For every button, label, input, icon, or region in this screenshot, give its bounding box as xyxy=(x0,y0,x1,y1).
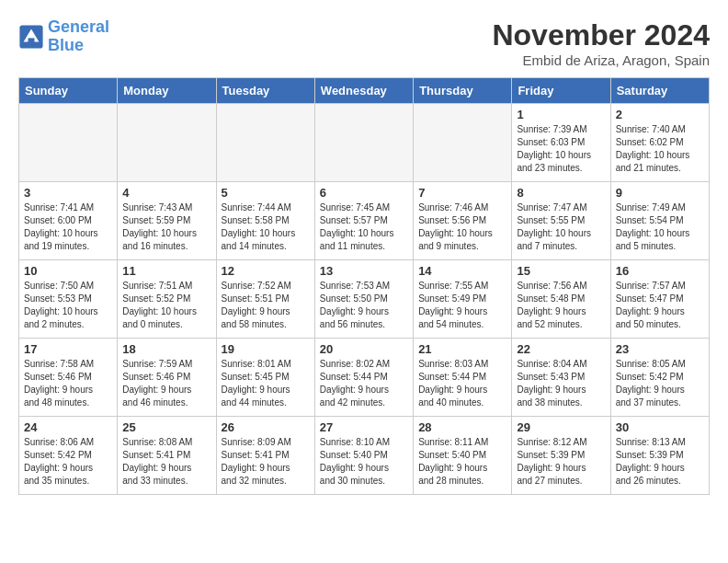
calendar-week-row: 10Sunrise: 7:50 AM Sunset: 5:53 PM Dayli… xyxy=(19,260,710,339)
day-info: Sunrise: 7:52 AM Sunset: 5:51 PM Dayligh… xyxy=(222,280,310,331)
calendar-cell: 23Sunrise: 8:05 AM Sunset: 5:42 PM Dayli… xyxy=(610,339,709,417)
title-area: November 2024 Embid de Ariza, Aragon, Sp… xyxy=(492,18,710,68)
day-header-wednesday: Wednesday xyxy=(314,78,413,104)
calendar-cell: 8Sunrise: 7:47 AM Sunset: 5:55 PM Daylig… xyxy=(512,182,610,260)
day-info: Sunrise: 8:12 AM Sunset: 5:39 PM Dayligh… xyxy=(517,436,605,488)
day-number: 26 xyxy=(222,420,310,434)
logo: General Blue xyxy=(18,18,109,55)
day-info: Sunrise: 7:44 AM Sunset: 5:58 PM Dayligh… xyxy=(222,201,310,253)
day-number: 4 xyxy=(122,186,210,200)
day-number: 7 xyxy=(418,186,506,200)
calendar-cell: 24Sunrise: 8:06 AM Sunset: 5:42 PM Dayli… xyxy=(19,417,118,495)
day-number: 16 xyxy=(616,264,704,278)
day-number: 11 xyxy=(122,264,210,278)
calendar-cell: 28Sunrise: 8:11 AM Sunset: 5:40 PM Dayli… xyxy=(414,417,512,495)
calendar-cell: 18Sunrise: 7:59 AM Sunset: 5:46 PM Dayli… xyxy=(118,339,216,417)
calendar-cell: 7Sunrise: 7:46 AM Sunset: 5:56 PM Daylig… xyxy=(414,182,512,260)
day-header-thursday: Thursday xyxy=(414,78,512,104)
day-number: 2 xyxy=(616,108,704,121)
calendar-cell: 30Sunrise: 8:13 AM Sunset: 5:39 PM Dayli… xyxy=(610,417,709,495)
calendar-cell: 22Sunrise: 8:04 AM Sunset: 5:43 PM Dayli… xyxy=(512,339,610,417)
day-number: 6 xyxy=(320,186,408,200)
calendar-cell xyxy=(414,104,512,182)
calendar-cell: 3Sunrise: 7:41 AM Sunset: 6:00 PM Daylig… xyxy=(19,182,118,260)
day-info: Sunrise: 8:03 AM Sunset: 5:44 PM Dayligh… xyxy=(418,358,506,409)
day-info: Sunrise: 8:05 AM Sunset: 5:42 PM Dayligh… xyxy=(616,358,704,409)
calendar-header-row: SundayMondayTuesdayWednesdayThursdayFrid… xyxy=(19,78,710,104)
day-number: 10 xyxy=(24,264,112,278)
calendar-week-row: 17Sunrise: 7:58 AM Sunset: 5:46 PM Dayli… xyxy=(19,339,710,417)
day-number: 14 xyxy=(418,264,506,278)
day-header-sunday: Sunday xyxy=(19,78,118,104)
calendar-cell: 20Sunrise: 8:02 AM Sunset: 5:44 PM Dayli… xyxy=(314,339,413,417)
calendar-cell: 19Sunrise: 8:01 AM Sunset: 5:45 PM Dayli… xyxy=(216,339,314,417)
day-info: Sunrise: 7:56 AM Sunset: 5:48 PM Dayligh… xyxy=(517,280,605,331)
calendar-cell: 26Sunrise: 8:09 AM Sunset: 5:41 PM Dayli… xyxy=(216,417,314,495)
logo-blue: Blue xyxy=(48,36,84,54)
day-number: 24 xyxy=(24,420,112,434)
logo-icon xyxy=(18,24,44,50)
day-header-saturday: Saturday xyxy=(610,78,709,104)
calendar-cell: 2Sunrise: 7:40 AM Sunset: 6:02 PM Daylig… xyxy=(610,104,709,182)
day-info: Sunrise: 7:39 AM Sunset: 6:03 PM Dayligh… xyxy=(517,123,605,175)
day-info: Sunrise: 7:41 AM Sunset: 6:00 PM Dayligh… xyxy=(24,201,112,253)
calendar-cell: 6Sunrise: 7:45 AM Sunset: 5:57 PM Daylig… xyxy=(314,182,413,260)
day-number: 1 xyxy=(517,108,605,121)
day-number: 3 xyxy=(24,186,112,200)
month-title: November 2024 xyxy=(492,18,710,52)
calendar-cell: 14Sunrise: 7:55 AM Sunset: 5:49 PM Dayli… xyxy=(414,260,512,339)
day-info: Sunrise: 7:59 AM Sunset: 5:46 PM Dayligh… xyxy=(122,358,210,409)
calendar-cell xyxy=(216,104,314,182)
calendar-cell: 1Sunrise: 7:39 AM Sunset: 6:03 PM Daylig… xyxy=(512,104,610,182)
calendar-cell: 27Sunrise: 8:10 AM Sunset: 5:40 PM Dayli… xyxy=(314,417,413,495)
header: General Blue November 2024 Embid de Ariz… xyxy=(18,18,710,68)
subtitle: Embid de Ariza, Aragon, Spain xyxy=(492,52,710,68)
day-number: 9 xyxy=(616,186,704,200)
day-info: Sunrise: 8:09 AM Sunset: 5:41 PM Dayligh… xyxy=(222,436,310,488)
day-info: Sunrise: 8:11 AM Sunset: 5:40 PM Dayligh… xyxy=(418,436,506,488)
day-header-friday: Friday xyxy=(512,78,610,104)
day-info: Sunrise: 8:01 AM Sunset: 5:45 PM Dayligh… xyxy=(222,358,310,409)
calendar-cell xyxy=(314,104,413,182)
day-number: 23 xyxy=(616,342,704,356)
day-number: 25 xyxy=(122,420,210,434)
day-info: Sunrise: 7:45 AM Sunset: 5:57 PM Dayligh… xyxy=(320,201,408,253)
day-info: Sunrise: 8:08 AM Sunset: 5:41 PM Dayligh… xyxy=(122,436,210,488)
day-number: 17 xyxy=(24,342,112,356)
day-info: Sunrise: 8:13 AM Sunset: 5:39 PM Dayligh… xyxy=(616,436,704,488)
calendar-week-row: 1Sunrise: 7:39 AM Sunset: 6:03 PM Daylig… xyxy=(19,104,710,182)
day-number: 15 xyxy=(517,264,605,278)
day-info: Sunrise: 7:46 AM Sunset: 5:56 PM Dayligh… xyxy=(418,201,506,253)
calendar-cell: 10Sunrise: 7:50 AM Sunset: 5:53 PM Dayli… xyxy=(19,260,118,339)
calendar-cell xyxy=(118,104,216,182)
day-number: 12 xyxy=(222,264,310,278)
calendar-cell: 17Sunrise: 7:58 AM Sunset: 5:46 PM Dayli… xyxy=(19,339,118,417)
day-number: 18 xyxy=(122,342,210,356)
day-number: 8 xyxy=(517,186,605,200)
day-info: Sunrise: 8:10 AM Sunset: 5:40 PM Dayligh… xyxy=(320,436,408,488)
day-number: 21 xyxy=(418,342,506,356)
day-number: 30 xyxy=(616,420,704,434)
calendar-cell: 4Sunrise: 7:43 AM Sunset: 5:59 PM Daylig… xyxy=(118,182,216,260)
day-header-monday: Monday xyxy=(118,78,216,104)
day-number: 20 xyxy=(320,342,408,356)
day-info: Sunrise: 7:50 AM Sunset: 5:53 PM Dayligh… xyxy=(24,280,112,331)
calendar-cell: 12Sunrise: 7:52 AM Sunset: 5:51 PM Dayli… xyxy=(216,260,314,339)
calendar-cell: 13Sunrise: 7:53 AM Sunset: 5:50 PM Dayli… xyxy=(314,260,413,339)
day-info: Sunrise: 7:47 AM Sunset: 5:55 PM Dayligh… xyxy=(517,201,605,253)
calendar-cell: 9Sunrise: 7:49 AM Sunset: 5:54 PM Daylig… xyxy=(610,182,709,260)
calendar-cell xyxy=(19,104,118,182)
day-number: 5 xyxy=(222,186,310,200)
logo-general: General xyxy=(48,17,109,36)
day-info: Sunrise: 7:49 AM Sunset: 5:54 PM Dayligh… xyxy=(616,201,704,253)
day-number: 22 xyxy=(517,342,605,356)
calendar-cell: 16Sunrise: 7:57 AM Sunset: 5:47 PM Dayli… xyxy=(610,260,709,339)
day-info: Sunrise: 8:02 AM Sunset: 5:44 PM Dayligh… xyxy=(320,358,408,409)
day-info: Sunrise: 7:58 AM Sunset: 5:46 PM Dayligh… xyxy=(24,358,112,409)
day-header-tuesday: Tuesday xyxy=(216,78,314,104)
day-info: Sunrise: 8:04 AM Sunset: 5:43 PM Dayligh… xyxy=(517,358,605,409)
calendar-cell: 11Sunrise: 7:51 AM Sunset: 5:52 PM Dayli… xyxy=(118,260,216,339)
calendar-week-row: 24Sunrise: 8:06 AM Sunset: 5:42 PM Dayli… xyxy=(19,417,710,495)
calendar-week-row: 3Sunrise: 7:41 AM Sunset: 6:00 PM Daylig… xyxy=(19,182,710,260)
calendar-table: SundayMondayTuesdayWednesdayThursdayFrid… xyxy=(18,77,710,495)
